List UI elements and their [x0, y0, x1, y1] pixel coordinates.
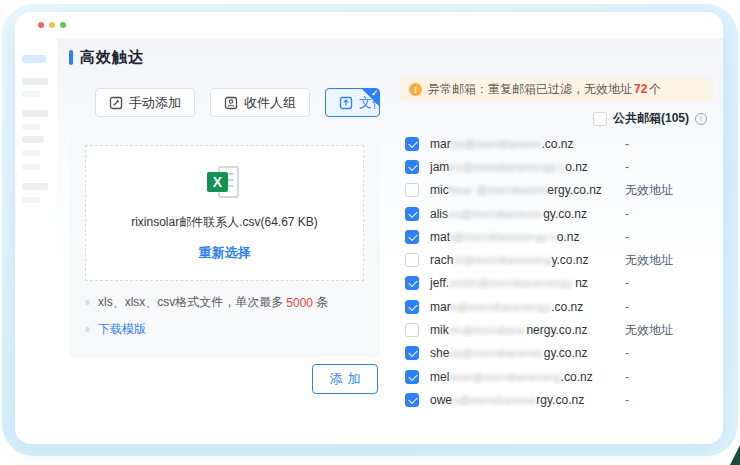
row-checkbox[interactable] [405, 276, 419, 290]
list-item: james@meridianenergy.co.nz - [400, 155, 713, 178]
excel-file-icon: X [204, 164, 246, 204]
exclamation-circle-icon: ! [409, 83, 422, 96]
email-address: rachel@meridianenergy.co.nz [430, 253, 625, 267]
format-tip-unit: 条 [316, 294, 328, 311]
blurred-segment: tin@meridianene [451, 138, 542, 150]
sidebar-item[interactable] [22, 124, 40, 130]
email-address: mikeh@meridianenergy.co.nz [430, 323, 625, 337]
sidebar-item-active[interactable] [22, 55, 46, 63]
blurred-segment: es@meridianenergy.c [449, 161, 565, 173]
public-mailbox-row: 公共邮箱(105) i [400, 110, 713, 127]
window-titlebar [15, 12, 723, 38]
list-item: micheur @meridianenergy.co.nz 无效地址 [400, 179, 713, 202]
row-checkbox[interactable] [405, 370, 419, 384]
svg-text:X: X [212, 174, 222, 190]
list-item: owen@meridianenergy.co.nz - [400, 388, 713, 411]
app-window: 高效触达 手动添加 [15, 12, 723, 444]
page-header: 高效触达 [69, 48, 713, 66]
email-address: owen@meridianenergy.co.nz [430, 393, 625, 407]
format-tip-text: xls、xlsx、csv格式文件，单次最多 [98, 294, 283, 311]
max-count: 5000 [286, 296, 313, 310]
upload-panel: X rixinsolar邮件联系人.csv(64.67 KB) 重新选择 xls… [69, 128, 380, 357]
template-tip: 下载模版 [85, 321, 364, 338]
sidebar-item[interactable] [22, 110, 48, 117]
check-icon: ✓ [371, 89, 378, 98]
blurred-segment: on@meridianener [448, 208, 543, 220]
sidebar-item[interactable] [22, 136, 44, 143]
sidebar-item[interactable] [22, 150, 40, 156]
import-mode-tabs: 手动添加 收件人组 文件导入 [95, 88, 380, 117]
row-status: - [625, 370, 629, 384]
row-checkbox[interactable] [405, 253, 419, 267]
sidebar-item[interactable] [22, 197, 40, 203]
reselect-file-link[interactable]: 重新选择 [199, 244, 251, 262]
list-item: melanie@meridianenerg.co.nz - [400, 365, 713, 388]
close-window-icon[interactable] [38, 22, 44, 28]
list-item: martin@meridianene.co.nz - [400, 132, 713, 155]
blurred-segment: heur @meridianen [449, 184, 548, 196]
row-status: - [625, 230, 629, 244]
info-circle-icon[interactable]: i [695, 113, 707, 125]
sidebar-item[interactable] [22, 78, 48, 85]
uploaded-file-name: rixinsolar邮件联系人.csv(64.67 KB) [131, 214, 318, 231]
sidebar [15, 38, 57, 444]
title-accent-bar [69, 50, 73, 65]
public-mailbox-label: 公共邮箱(105) [613, 110, 689, 127]
email-address: mark@meridianenergy.co.nz [430, 300, 625, 314]
file-dropzone[interactable]: X rixinsolar邮件联系人.csv(64.67 KB) 重新选择 [85, 145, 364, 281]
blurred-segment: smith@meridianenergy. [449, 277, 575, 289]
row-checkbox[interactable] [405, 230, 419, 244]
email-list: martin@meridianene.co.nz - james@meridia… [400, 132, 713, 412]
warning-text: 异常邮箱：重复邮箱已过滤，无效地址72个 [428, 81, 661, 98]
row-checkbox[interactable] [405, 393, 419, 407]
row-status: - [625, 137, 629, 151]
email-address: melanie@meridianenerg.co.nz [430, 370, 625, 384]
minimize-window-icon[interactable] [49, 22, 55, 28]
file-import-icon [339, 96, 353, 110]
list-item: jeff.smith@meridianenergy.nz - [400, 272, 713, 295]
tab-manual-add[interactable]: 手动添加 [95, 88, 195, 117]
main-content: 高效触达 手动添加 [57, 38, 723, 444]
email-address: jeff.smith@meridianenergy.nz [430, 276, 625, 290]
blurred-segment: k@meridianenergy [451, 301, 552, 313]
list-item: alison@meridianenergy.co.nz - [400, 202, 713, 225]
row-status: - [625, 160, 629, 174]
row-checkbox[interactable] [405, 183, 419, 197]
sidebar-item[interactable] [22, 183, 48, 190]
format-tip: xls、xlsx、csv格式文件，单次最多 5000 条 [85, 294, 364, 311]
row-checkbox[interactable] [405, 207, 419, 221]
row-checkbox[interactable] [405, 346, 419, 360]
contacts-icon [224, 96, 238, 110]
row-checkbox[interactable] [405, 323, 419, 337]
download-template-link[interactable]: 下载模版 [98, 321, 146, 338]
row-checkbox[interactable] [405, 137, 419, 151]
zoom-window-icon[interactable] [60, 22, 66, 28]
row-status: 无效地址 [625, 322, 673, 339]
abnormal-mail-warning: ! 异常邮箱：重复邮箱已过滤，无效地址72个 [400, 78, 713, 101]
email-address: matt@meridianenergy.co.nz [430, 230, 625, 244]
row-status: - [625, 207, 629, 221]
email-address: sheila@meridianenergy.co.nz [430, 346, 625, 360]
tab-label: 手动添加 [129, 94, 181, 112]
row-status: 无效地址 [625, 182, 673, 199]
list-item: sheila@meridianenergy.co.nz - [400, 342, 713, 365]
add-button[interactable]: 添加 [312, 364, 378, 394]
row-checkbox[interactable] [405, 300, 419, 314]
email-address: alison@meridianenergy.co.nz [430, 207, 625, 221]
blurred-segment: t@meridianenergy.c [450, 231, 557, 243]
tab-recipient-group[interactable]: 收件人组 [210, 88, 310, 117]
list-item: mark@meridianenergy.co.nz - [400, 295, 713, 318]
row-status: - [625, 276, 629, 290]
edit-square-icon [109, 96, 123, 110]
bullet-icon [85, 300, 90, 305]
blurred-segment: ila@meridianener [449, 347, 543, 359]
sidebar-item[interactable] [22, 164, 40, 170]
row-checkbox[interactable] [405, 160, 419, 174]
tab-file-import[interactable]: 文件导入 ✓ [325, 88, 380, 117]
sidebar-item[interactable] [22, 91, 40, 97]
invalid-count: 72 [634, 82, 647, 96]
blurred-segment: eh@meridiane [449, 324, 527, 336]
row-status: - [625, 346, 629, 360]
blurred-segment: el@meridianenerg [453, 254, 551, 266]
public-mailbox-checkbox[interactable] [593, 112, 607, 126]
